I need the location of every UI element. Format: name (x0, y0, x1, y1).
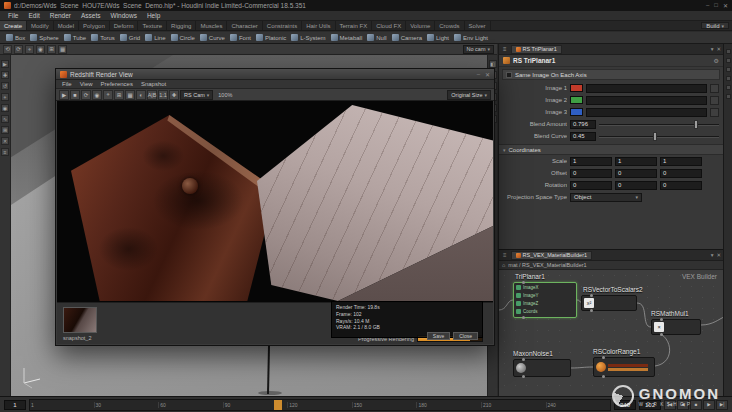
node-mathmul[interactable]: × (651, 319, 701, 335)
render-toolbar-icon[interactable]: ⟳ (81, 90, 91, 100)
shelf-tool-button[interactable]: Font (228, 34, 253, 41)
viewport-tool-icon[interactable]: ✚ (1, 71, 9, 79)
desktop-select[interactable]: Build ▾ (701, 22, 729, 29)
shelf-tool-button[interactable]: Sphere (28, 34, 60, 41)
render-image[interactable] (57, 101, 493, 302)
blend-amount-field[interactable]: 0.796 (570, 120, 596, 129)
texture-field[interactable] (586, 84, 707, 93)
shelf-tool-button[interactable]: Camera (390, 34, 424, 41)
shelf-tab[interactable]: Create (0, 21, 27, 30)
viewport-tool-icon[interactable]: ◉ (1, 104, 9, 112)
pane-split-icon[interactable]: ▾ (711, 46, 714, 52)
render-view-menu-item[interactable]: Preferences (97, 81, 137, 87)
shelf-tool-button[interactable]: L-System (289, 34, 327, 41)
blend-amount-slider[interactable] (599, 120, 719, 129)
viewport-toolbar-icon[interactable]: ⟳ (14, 45, 23, 54)
shelf-tool-button[interactable]: Torus (89, 34, 117, 41)
node-title-colorrange[interactable]: RSColorRange1 (593, 348, 640, 355)
render-toolbar-icon[interactable]: ✚ (169, 90, 179, 100)
viewport-display-icon[interactable]: ◧ (489, 60, 497, 68)
render-view-minimize-button[interactable]: – (477, 71, 480, 78)
shelf-tool-button[interactable]: Platonic (254, 34, 288, 41)
render-toolbar-icon[interactable]: 1:1 (158, 90, 168, 100)
scale-z-field[interactable]: 1 (660, 157, 702, 166)
maximize-button[interactable]: □ (714, 2, 718, 9)
render-view-menu-item[interactable]: File (58, 81, 76, 87)
shelf-tool-button[interactable]: Grid (118, 34, 142, 41)
pane-layout-icon[interactable] (726, 85, 731, 90)
node-title-vec2scalars[interactable]: RSVectorToScalars2 (583, 286, 643, 293)
node-title-mathmul[interactable]: RSMathMul1 (651, 310, 689, 317)
shelf-tool-button[interactable]: Light (425, 34, 451, 41)
render-toolbar-icon[interactable]: A|B (147, 90, 157, 100)
viewport-tool-icon[interactable]: ∿ (1, 115, 9, 123)
stats-button[interactable]: Close (453, 332, 478, 340)
shelf-tool-button[interactable]: Box (4, 34, 27, 41)
pane-layout-icon[interactable] (726, 76, 731, 81)
shelf-tool-button[interactable]: Tube (62, 34, 88, 41)
gear-icon[interactable]: ⚙ (714, 57, 719, 64)
render-view-menu-item[interactable]: Snapshot (137, 81, 170, 87)
menu-item[interactable]: Help (142, 12, 165, 19)
render-toolbar-icon[interactable]: ⌖ (103, 90, 113, 100)
rotation-y-field[interactable]: 0 (615, 181, 657, 190)
viewport-tool-icon[interactable]: ⊞ (1, 126, 9, 134)
shelf-tool-button[interactable]: Line (143, 34, 167, 41)
pane-menu-icon[interactable]: ≡ (501, 46, 509, 52)
pane-close-icon[interactable]: ✕ (716, 252, 721, 258)
shelf-tab[interactable]: Texture (138, 21, 167, 30)
node-colorrange[interactable] (593, 357, 655, 377)
node-vec2scalars[interactable]: x² (581, 295, 637, 311)
node-triplanar[interactable]: ImageX ImageY ImageZ Coords (513, 282, 577, 318)
shelf-tab[interactable]: Solver (465, 21, 491, 30)
viewport-tool-icon[interactable]: ✕ (1, 137, 9, 145)
shelf-tab[interactable]: Constraints (263, 21, 302, 30)
current-frame-marker[interactable] (274, 400, 282, 410)
menu-item[interactable]: Edit (23, 12, 44, 19)
pane-menu-icon[interactable]: ≡ (501, 252, 509, 258)
shelf-tool-button[interactable]: Circle (169, 34, 197, 41)
shelf-tab[interactable]: Rigging (167, 21, 196, 30)
viewport-toolbar-icon[interactable]: ⌖ (25, 45, 34, 54)
redshift-render-view-window[interactable]: Redshift Render View – ✕ FileViewPrefere… (55, 68, 495, 346)
network-canvas[interactable]: VEX Builder TriPlanar1 ImageX ImageY Ima… (499, 270, 723, 396)
shelf-tool-button[interactable]: Null (365, 34, 388, 41)
network-pane-tab[interactable]: RS_VEX_MaterialBuilder1 (511, 251, 593, 260)
parameters-pane-tab[interactable]: RS TriPlanar1 (511, 45, 562, 54)
viewport-tool-icon[interactable]: ≡ (1, 148, 9, 156)
offset-y-field[interactable]: 0 (615, 169, 657, 178)
texture-field[interactable] (586, 108, 707, 117)
color-swatch[interactable] (570, 84, 583, 92)
viewport-toolbar-icon[interactable]: ◉ (36, 45, 45, 54)
texture-field[interactable] (586, 96, 707, 105)
shelf-tab[interactable]: Muscles (196, 21, 227, 30)
viewport-tool-icon[interactable]: ↺ (1, 82, 9, 90)
coordinates-section-header[interactable]: ▾ Coordinates (499, 144, 723, 155)
render-camera-select[interactable]: RS Cam ▾ (180, 90, 213, 100)
menu-item[interactable]: Assets (76, 12, 106, 19)
camera-select[interactable]: No cam ▾ (463, 45, 494, 54)
pane-close-icon[interactable]: ✕ (716, 46, 721, 52)
close-button[interactable]: ✕ (723, 2, 728, 9)
shelf-tab[interactable]: Hair Utils (302, 21, 335, 30)
shelf-tab[interactable]: Character (227, 21, 262, 30)
scale-y-field[interactable]: 1 (615, 157, 657, 166)
param-menu-button[interactable] (710, 96, 719, 105)
shelf-tool-button[interactable]: Env Light (452, 34, 490, 41)
node-noise[interactable] (513, 359, 571, 377)
rotation-x-field[interactable]: 0 (570, 181, 612, 190)
shelf-tool-button[interactable]: Curve (198, 34, 227, 41)
viewport-toolbar-icon[interactable]: ▦ (58, 45, 67, 54)
pane-split-icon[interactable]: ▾ (711, 252, 714, 258)
pane-layout-icon[interactable] (726, 94, 731, 99)
param-menu-button[interactable] (710, 108, 719, 117)
shelf-tool-button[interactable]: Metaball (329, 34, 365, 41)
frame-start-field[interactable]: 1 (4, 400, 26, 410)
menu-item[interactable]: File (3, 12, 23, 19)
render-toolbar-icon[interactable]: ⊞ (114, 90, 124, 100)
render-toolbar-icon[interactable]: ▦ (125, 90, 135, 100)
projection-space-select[interactable]: Object ▾ (570, 193, 642, 202)
stats-button[interactable]: Save (427, 332, 450, 340)
home-icon[interactable]: ⌂ (502, 262, 505, 268)
snapshot-thumbnail[interactable] (63, 307, 97, 333)
